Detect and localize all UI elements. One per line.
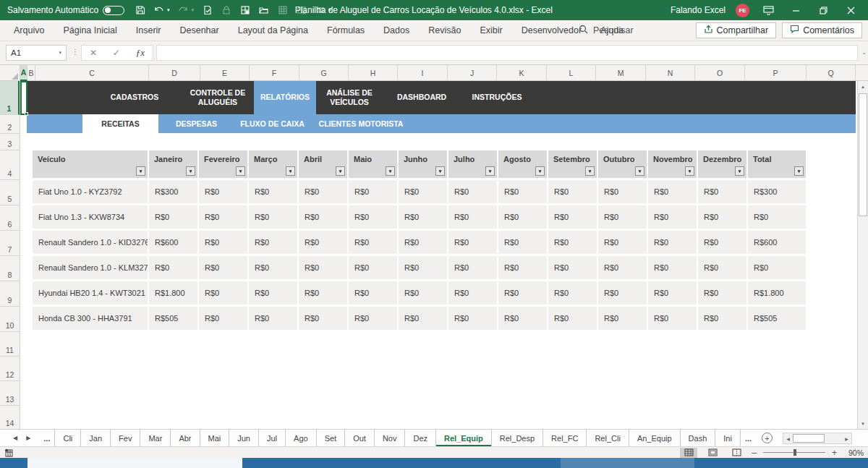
table-cell[interactable]: R$0 <box>349 307 397 330</box>
minimize-button[interactable] <box>787 2 804 18</box>
save-icon[interactable] <box>135 5 145 16</box>
undo-dropdown-icon[interactable]: ▾ <box>167 7 170 13</box>
sheet-tab-dash[interactable]: Dash <box>681 430 716 446</box>
sheet-tab-jul[interactable]: Jul <box>259 430 286 446</box>
row-header-10[interactable]: 10 <box>0 307 20 332</box>
zoom-out-button[interactable]: – <box>752 448 757 458</box>
sheet-tab-rel-desp[interactable]: Rel_Desp <box>492 430 543 446</box>
table-cell[interactable]: R$0 <box>149 256 197 279</box>
table-cell[interactable]: R$0 <box>598 256 647 279</box>
filter-icon[interactable]: ▾ <box>186 166 195 176</box>
table-cell[interactable]: R$0 <box>399 231 447 254</box>
expand-formula-bar-icon[interactable]: ⌄ <box>861 49 867 56</box>
zoom-in-button[interactable]: + <box>832 448 837 458</box>
table-cell[interactable]: R$600 <box>149 231 197 254</box>
scroll-up-icon[interactable]: ▲ <box>858 81 868 92</box>
table-cell[interactable]: R$0 <box>698 281 746 305</box>
table-cell[interactable]: R$0 <box>548 205 597 229</box>
table-cell[interactable]: R$0 <box>299 180 347 203</box>
sheet-tab-rel-cli[interactable]: Rel_Cli <box>587 430 629 446</box>
row-header-3[interactable]: 3 <box>0 134 20 150</box>
filter-icon[interactable]: ▾ <box>685 166 694 176</box>
column-header-M[interactable]: M <box>596 65 646 81</box>
vehicle-cell[interactable]: Hyundai HB20 1.4 - KWT3021 <box>33 281 148 305</box>
horizontal-scrollbar[interactable]: ◀ ▶ <box>783 433 852 444</box>
autosave-toggle[interactable] <box>103 6 124 15</box>
table-cell[interactable]: R$0 <box>349 205 397 229</box>
sheet-tab-an-equip[interactable]: An_Equip <box>629 430 681 446</box>
share-button[interactable]: Compartilhar <box>696 22 777 38</box>
table-cell[interactable]: R$300 <box>748 180 806 203</box>
filter-icon[interactable]: ▾ <box>585 166 595 176</box>
sheet-tab-out[interactable]: Out <box>345 430 375 446</box>
table-cell[interactable]: R$0 <box>349 281 397 305</box>
table-cell[interactable]: R$0 <box>399 180 447 203</box>
ribbon-tab-exibir[interactable]: Exibir <box>470 20 511 41</box>
sheet-tab-mai[interactable]: Mai <box>200 430 230 446</box>
table-cell[interactable]: R$0 <box>199 180 247 203</box>
sheet-tab-jan[interactable]: Jan <box>81 430 111 446</box>
nav-tab-controle-de-alugueis[interactable]: CONTROLE DE ALUGUÉIS <box>182 81 254 114</box>
filter-icon[interactable]: ▾ <box>136 166 145 176</box>
table-cell[interactable]: R$0 <box>448 205 497 229</box>
ribbon-tab-inserir[interactable]: Inserir <box>127 20 171 41</box>
table-header-maio[interactable]: Maio▾ <box>349 150 397 178</box>
name-box[interactable]: A1 ▾ <box>6 45 67 61</box>
comments-button[interactable]: Comentários <box>782 22 862 38</box>
table-cell[interactable]: R$1.800 <box>748 281 806 305</box>
table-cell[interactable]: R$0 <box>598 281 647 305</box>
sheet-tab-dez[interactable]: Dez <box>405 430 436 446</box>
table-cell[interactable]: R$0 <box>598 205 647 229</box>
filter-icon[interactable]: ▾ <box>735 166 744 176</box>
table-cell[interactable]: R$0 <box>698 205 746 229</box>
horizontal-scrollbar-thumb[interactable] <box>793 434 825 443</box>
column-header-B[interactable]: B <box>27 65 35 81</box>
table-cell[interactable]: R$0 <box>598 231 647 254</box>
table-cell[interactable]: R$0 <box>498 281 547 305</box>
nav-tab-instrucoes[interactable]: INSTRUÇÕES <box>461 81 533 114</box>
column-header-A[interactable]: A <box>20 65 27 81</box>
ribbon-tab-desenhar[interactable]: Desenhar <box>170 20 228 41</box>
sheet-overflow-left[interactable]: ... <box>39 430 54 446</box>
table-cell[interactable]: R$0 <box>548 281 597 305</box>
table-cell[interactable]: R$0 <box>199 231 247 254</box>
cancel-icon[interactable]: ✕ <box>90 48 97 58</box>
table-header-fevereiro[interactable]: Fevereiro▾ <box>199 150 247 178</box>
nav-tab-cadastros[interactable]: CADASTROS <box>88 81 182 114</box>
table-cell[interactable]: R$0 <box>249 180 297 203</box>
vertical-scrollbar-thumb[interactable] <box>859 93 867 216</box>
table-cell[interactable]: R$0 <box>498 231 547 254</box>
sheet-tab-jun[interactable]: Jun <box>229 430 259 446</box>
row-header-13[interactable]: 13 <box>0 381 20 406</box>
fill-handle[interactable] <box>25 112 28 116</box>
sheet-canvas[interactable]: CADASTROSCONTROLE DE ALUGUÉISRELATÓRIOSA… <box>20 81 857 429</box>
table-cell[interactable]: R$0 <box>498 307 547 330</box>
ribbon-tab-revisao[interactable]: Revisão <box>419 20 470 41</box>
restore-button[interactable] <box>814 2 832 18</box>
column-header-G[interactable]: G <box>299 65 349 81</box>
user-name[interactable]: Falando Excel <box>671 5 726 15</box>
row-header-11[interactable]: 11 <box>0 332 20 357</box>
table-cell[interactable]: R$0 <box>249 231 297 254</box>
table-header-total[interactable]: Total▾ <box>748 150 806 178</box>
subtab-fluxo-de-caixa[interactable]: FLUXO DE CAIXA <box>234 114 310 133</box>
row-header-14[interactable]: 14 <box>0 406 20 430</box>
filter-icon[interactable]: ▾ <box>286 166 295 176</box>
table-cell[interactable]: R$0 <box>548 180 597 203</box>
filter-icon[interactable]: ▾ <box>336 166 345 176</box>
sheet-tab-abr[interactable]: Abr <box>171 430 200 446</box>
table-header-agosto[interactable]: Agosto▾ <box>498 150 547 178</box>
sheet-tab-rel-equip[interactable]: Rel_Equip <box>436 430 492 446</box>
page-break-view-icon[interactable] <box>728 448 745 458</box>
table-header-dezembro[interactable]: Dezembro▾ <box>698 150 746 178</box>
column-header-H[interactable]: H <box>349 65 398 81</box>
filter-icon[interactable]: ▾ <box>386 166 395 176</box>
lock-icon[interactable] <box>221 5 231 16</box>
table-header-setembro[interactable]: Setembro▾ <box>548 150 597 178</box>
filter-icon[interactable]: ▾ <box>535 166 545 176</box>
column-header-O[interactable]: O <box>695 65 745 81</box>
autosave-control[interactable]: Salvamento Automático <box>7 5 124 15</box>
search-box[interactable]: Pesquisar <box>579 25 634 36</box>
row-header-6[interactable]: 6 <box>0 205 20 231</box>
document-check-icon[interactable] <box>202 5 213 16</box>
